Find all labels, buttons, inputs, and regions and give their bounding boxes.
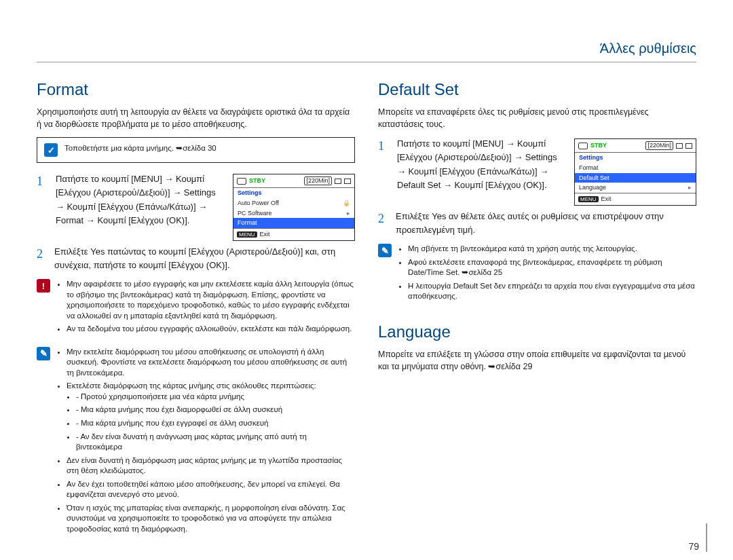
info-subitem: Αν δεν είναι δυνατή η ανάγνωση μιας κάρτ… bbox=[76, 432, 355, 453]
card-icon bbox=[676, 143, 683, 149]
rec-time: [220Min] bbox=[304, 176, 332, 185]
lcd-format: STBY [220Min] Settings Auto Power Off🔒 P… bbox=[233, 174, 355, 241]
defaultset-step1: Πατήστε το κουμπί [MENU] → Κουμπί [Ελέγχ… bbox=[397, 137, 566, 192]
chevron-right-icon: ▸ bbox=[688, 184, 692, 191]
warning-icon: ! bbox=[37, 279, 50, 293]
lcd-row-1: PC Software▸ bbox=[233, 208, 354, 219]
info-item: Αν δεν έχει τοποθετηθεί κάποιο μέσο αποθ… bbox=[67, 479, 355, 500]
menu-button-label: MENU bbox=[237, 231, 257, 238]
info-item: Η λειτουργία Default Set δεν επηρεάζει τ… bbox=[408, 281, 696, 302]
format-warning: ! Μην αφαιρέσετε το μέσο εγγραφής και μη… bbox=[37, 279, 355, 337]
page-number: 79 bbox=[688, 523, 707, 552]
lcd-row-0: Format bbox=[575, 163, 696, 173]
defaultset-info: ✎ Μη σβήνετε τη βιντεοκάμερα κατά τη χρή… bbox=[378, 244, 696, 305]
format-step2: Επιλέξτε Yes πατώντας το κουμπί [Ελέγχου… bbox=[54, 245, 355, 272]
note-icon: ✓ bbox=[44, 143, 58, 157]
warn-item: Μην αφαιρέσετε το μέσο εγγραφής και μην … bbox=[67, 279, 355, 321]
lcd-header: Settings bbox=[575, 153, 696, 163]
info-item: Μην εκτελείτε διαμόρφωση του μέσου αποθή… bbox=[67, 347, 355, 379]
info-item: Αφού εκτελέσετε επαναφορά της βιντεοκάμε… bbox=[408, 257, 696, 278]
lock-icon: 🔒 bbox=[343, 200, 350, 207]
mode-icon bbox=[578, 143, 588, 149]
lcd-row-0: Auto Power Off🔒 bbox=[233, 198, 354, 208]
info-item: Δεν είναι δυνατή η διαμόρφωση μιας κάρτα… bbox=[67, 455, 355, 477]
lcd-row-1-selected: Default Set bbox=[575, 173, 696, 183]
insert-card-text: Τοποθετήστε μια κάρτα μνήμης. ➥σελίδα 30 bbox=[64, 143, 217, 153]
language-heading: Language bbox=[378, 322, 696, 341]
format-intro: Χρησιμοποιήστε αυτή τη λειτουργία αν θέλ… bbox=[37, 106, 355, 130]
defaultset-intro: Μπορείτε να επαναφέρετε όλες τις ρυθμίσε… bbox=[378, 106, 696, 130]
battery-icon bbox=[344, 179, 351, 184]
lcd-row-2-selected: Format bbox=[233, 218, 354, 228]
insert-card-note: ✓ Τοποθετήστε μια κάρτα μνήμης. ➥σελίδα … bbox=[37, 137, 355, 163]
format-info: ✎ Μην εκτελείτε διαμόρφωση του μέσου απο… bbox=[37, 347, 355, 537]
step-number-1: 1 bbox=[37, 172, 48, 191]
running-head: Άλλες ρυθμίσεις bbox=[37, 41, 696, 62]
info-subitem: Μια κάρτα μνήμης που έχει διαμορφωθεί σε… bbox=[76, 405, 355, 415]
lcd-defaultset: STBY [220Min] Settings Format Default Se… bbox=[574, 138, 696, 206]
step-number-2: 2 bbox=[378, 210, 389, 237]
card-icon bbox=[335, 179, 341, 184]
info-icon: ✎ bbox=[378, 244, 392, 257]
info-icon: ✎ bbox=[37, 347, 50, 360]
exit-label: Exit bbox=[601, 195, 612, 203]
step-number-1: 1 bbox=[378, 137, 389, 156]
lcd-header: Settings bbox=[233, 188, 354, 198]
lcd-row-2: Language▸ bbox=[575, 183, 696, 193]
step-number-2: 2 bbox=[37, 245, 48, 272]
language-intro: Μπορείτε να επιλέξετε τη γλώσσα στην οπο… bbox=[378, 348, 696, 373]
menu-button-label: MENU bbox=[578, 196, 599, 203]
defaultset-heading: Default Set bbox=[378, 80, 696, 99]
stby-label: STBY bbox=[590, 142, 607, 149]
chevron-right-icon: ▸ bbox=[347, 210, 350, 217]
info-item: Μη σβήνετε τη βιντεοκάμερα κατά τη χρήση… bbox=[408, 244, 696, 255]
defaultset-step2: Επιλέξτε Yes αν θέλετε όλες αυτές οι ρυθ… bbox=[396, 210, 696, 237]
info-item: Εκτελέστε διαμόρφωση της κάρτας μνήμης σ… bbox=[67, 381, 355, 452]
mode-icon bbox=[237, 178, 246, 185]
warn-item: Αν τα δεδομένα του μέσου εγγραφής αλλοιω… bbox=[67, 324, 355, 335]
info-item: Όταν η ισχύς της μπαταρίας είναι ανεπαρκ… bbox=[67, 503, 355, 535]
format-heading: Format bbox=[37, 80, 355, 99]
info-subitem: Μια κάρτα μνήμης που έχει εγγραφεί σε άλ… bbox=[76, 418, 355, 429]
stby-label: STBY bbox=[249, 177, 265, 185]
rec-time: [220Min] bbox=[645, 141, 673, 150]
exit-label: Exit bbox=[260, 231, 270, 238]
info-subitem: Προτού χρησιμοποιήσετε μια νέα κάρτα μνή… bbox=[76, 392, 355, 403]
format-step1: Πατήστε το κουμπί [MENU] → Κουμπί [Ελέγχ… bbox=[56, 172, 225, 227]
battery-icon bbox=[685, 143, 692, 149]
